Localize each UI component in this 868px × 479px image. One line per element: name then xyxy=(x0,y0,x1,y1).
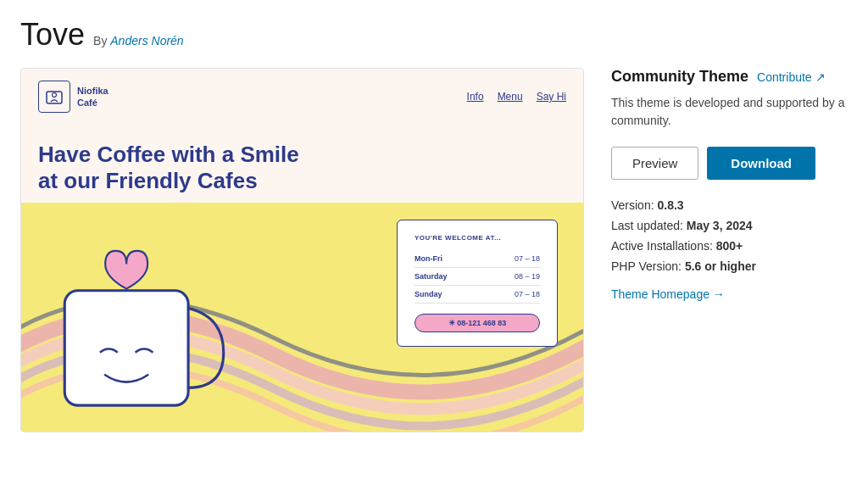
mockup-hero: Have Coffee with a Smile at our Friendly… xyxy=(21,125,583,194)
author-link[interactable]: Anders Norén xyxy=(110,34,183,47)
svg-point-1 xyxy=(53,93,57,97)
preview-button[interactable]: Preview xyxy=(611,147,698,180)
theme-homepage-link[interactable]: Theme Homepage → xyxy=(611,287,725,301)
community-description: This theme is developed and supported by… xyxy=(611,94,849,130)
theme-title: Tove xyxy=(20,17,85,53)
mockup-nav-links: Info Menu Say Hi xyxy=(467,91,566,103)
meta-php: PHP Version: 5.6 or higher xyxy=(611,259,849,273)
author-by: By Anders Norén xyxy=(93,34,184,47)
meta-updated: Last updated: May 3, 2024 xyxy=(611,219,849,232)
mockup-card-row-2: Saturday 08 – 19 xyxy=(415,268,540,286)
mockup-logo: Niofika Café xyxy=(38,81,108,113)
meta-installs: Active Installations: 800+ xyxy=(611,239,849,253)
mockup-yellow-section: YOU'RE WELCOME AT... Mon-Fri 07 – 18 Sat… xyxy=(21,203,583,432)
contribute-link[interactable]: Contribute ↗ xyxy=(757,70,825,84)
meta-version: Version: 0.8.3 xyxy=(611,198,849,212)
download-button[interactable]: Download xyxy=(707,147,815,180)
mockup-nav-sayhi: Say Hi xyxy=(537,91,566,103)
mockup-card: YOU'RE WELCOME AT... Mon-Fri 07 – 18 Sat… xyxy=(397,220,558,347)
action-buttons: Preview Download xyxy=(611,147,849,180)
meta-list: Version: 0.8.3 Last updated: May 3, 2024… xyxy=(611,198,849,273)
mockup-logo-text: Niofika Café xyxy=(77,85,108,109)
page-header: Tove By Anders Norén xyxy=(20,17,848,53)
community-header: Community Theme Contribute ↗ xyxy=(611,68,849,86)
mockup-nav-info: Info xyxy=(467,91,484,103)
main-layout: Niofika Café Info Menu Say Hi Have Coffe… xyxy=(20,68,848,432)
mockup-card-row-3: Sunday 07 – 18 xyxy=(415,286,540,304)
theme-mockup: Niofika Café Info Menu Say Hi Have Coffe… xyxy=(21,69,583,432)
mockup-card-phone: ☀ 08-121 468 83 xyxy=(415,314,540,332)
mockup-hero-text: Have Coffee with a Smile at our Friendly… xyxy=(38,142,309,194)
mockup-navbar: Niofika Café Info Menu Say Hi xyxy=(21,69,583,125)
svg-rect-2 xyxy=(64,291,188,405)
theme-preview-pane: Niofika Café Info Menu Say Hi Have Coffe… xyxy=(20,68,584,432)
mockup-card-row-1: Mon-Fri 07 – 18 xyxy=(415,250,540,268)
mockup-logo-icon xyxy=(38,81,70,113)
mockup-card-title: YOU'RE WELCOME AT... xyxy=(415,234,540,242)
right-panel: Community Theme Contribute ↗ This theme … xyxy=(611,68,849,302)
mockup-illustration xyxy=(38,211,250,432)
mockup-nav-menu: Menu xyxy=(498,91,523,103)
community-title: Community Theme xyxy=(611,68,748,86)
